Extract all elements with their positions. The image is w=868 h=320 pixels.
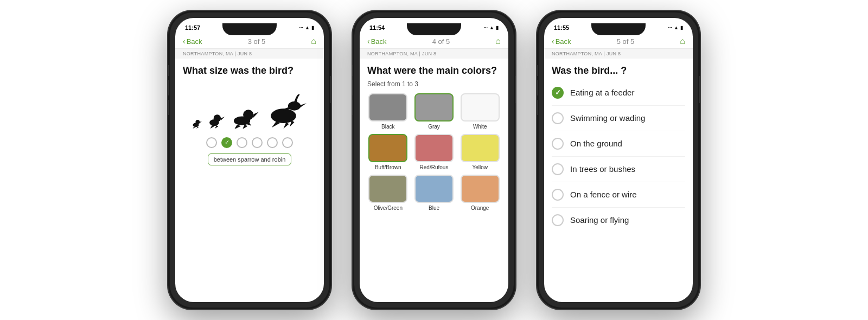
color-cell-3[interactable]: Buff/Brown [367,134,409,170]
color-label-0: Black [381,124,394,130]
phone-2: 11:54 ··· ▲ ▮ ‹ Back 4 of 5 ⌂ [353,11,515,309]
notch-3 [591,23,646,35]
home-icon-2[interactable]: ⌂ [495,36,501,46]
screen-content-1: What size was the bird? [175,59,324,302]
bird-size-container: ✓ between sparrow and robin [183,88,316,165]
radio-row: ✓ [206,137,293,148]
size-label: between sparrow and robin [208,153,292,165]
option-item-2[interactable]: On the ground [552,131,685,157]
svg-marker-18 [300,103,307,107]
option-radio-3[interactable] [552,163,564,175]
radio-3[interactable] [237,137,247,148]
option-item-1[interactable]: Swimming or wading [552,106,685,131]
signal-icon-2: ··· [484,25,488,30]
location-bar-2: NORTHAMPTON, MA | JUN 8 [360,49,508,59]
bird-medium[interactable] [229,104,259,131]
color-label-3: Buff/Brown [375,164,401,170]
back-label-2: Back [371,37,387,46]
radio-4[interactable] [252,137,263,148]
color-subtitle: Select from 1 to 3 [367,80,501,88]
color-cell-5[interactable]: Yellow [459,134,501,170]
battery-icon-3: ▮ [680,25,683,30]
time-1: 11:57 [185,24,200,31]
phones-container: 11:57 ··· ▲ ▮ ‹ Back 3 of 5 ⌂ [157,0,711,320]
screen-content-3: Was the bird... ? ✓Eating at a feederSwi… [544,59,693,302]
svg-marker-13 [234,124,241,128]
radio-1[interactable] [206,137,217,148]
option-radio-5[interactable] [552,214,564,226]
bird-large[interactable] [263,88,309,131]
color-swatch-black[interactable] [368,93,407,121]
option-label-1: Swimming or wading [570,113,645,123]
svg-point-11 [243,110,253,120]
back-label-3: Back [556,37,571,46]
back-button-3[interactable]: ‹ Back [552,37,571,46]
option-label-4: On a fence or wire [570,190,637,199]
color-cell-2[interactable]: White [459,93,501,130]
back-chevron-3: ‹ [552,37,554,46]
color-swatch-gray[interactable] [414,93,454,121]
bird-small[interactable] [206,110,225,131]
color-cell-4[interactable]: Red/Rufous [413,134,455,170]
color-cell-8[interactable]: Orange [459,175,501,211]
svg-point-1 [195,120,200,124]
location-bar-3: NORTHAMPTON, MA | JUN 8 [544,49,693,59]
color-cell-7[interactable]: Blue [413,175,455,211]
wifi-icon-3: ▲ [674,25,679,30]
color-swatch-red-rufous[interactable] [414,134,454,162]
option-item-0[interactable]: ✓Eating at a feeder [552,80,685,106]
question-1: What size was the bird? [183,65,316,77]
color-cell-0[interactable]: Black [367,93,409,130]
battery-icon: ▮ [311,25,314,30]
color-label-1: Gray [428,124,440,130]
back-chevron-1: ‹ [183,37,186,46]
back-button-2[interactable]: ‹ Back [367,37,387,46]
color-swatch-orange[interactable] [461,175,500,203]
radio-6[interactable] [282,137,293,148]
option-item-5[interactable]: Soaring or flying [552,208,685,233]
radio-check: ✓ [225,139,229,146]
notch [222,23,277,35]
signal-icon-3: ··· [668,25,673,30]
color-label-7: Blue [429,205,439,211]
option-radio-1[interactable] [552,112,564,124]
option-label-0: Eating at a feeder [570,88,634,97]
bird-tiny[interactable] [190,117,202,131]
svg-marker-2 [200,121,202,123]
svg-point-6 [214,114,221,122]
color-label-2: White [473,124,487,130]
color-swatch-yellow[interactable] [461,134,500,162]
home-icon-3[interactable]: ⌂ [680,36,685,46]
color-swatch-white[interactable] [461,93,500,121]
radio-5[interactable] [267,137,278,148]
question-3: Was the bird... ? [552,65,685,77]
option-radio-4[interactable] [552,189,564,201]
option-radio-0[interactable]: ✓ [552,87,564,99]
option-item-4[interactable]: On a fence or wire [552,182,685,208]
option-list: ✓Eating at a feederSwimming or wadingOn … [552,80,685,233]
birds-row [183,88,316,131]
check-mark-0: ✓ [555,88,561,97]
radio-2[interactable]: ✓ [221,137,232,148]
color-swatch-olive-green[interactable] [368,175,407,203]
status-icons-2: ··· ▲ ▮ [484,25,499,30]
color-swatch-blue[interactable] [414,175,454,203]
option-radio-2[interactable] [552,138,564,150]
back-button-1[interactable]: ‹ Back [183,37,202,46]
battery-icon-2: ▮ [496,25,499,30]
question-2: What were the main colors? [367,65,501,77]
time-2: 11:54 [369,24,385,31]
color-cell-1[interactable]: Gray [413,93,455,130]
phone-3: 11:55 ··· ▲ ▮ ‹ Back 5 of 5 ⌂ [537,11,700,309]
color-cell-6[interactable]: Olive/Green [367,175,409,211]
option-item-3[interactable]: In trees or bushes [552,157,685,182]
color-label-8: Orange [471,205,489,211]
back-chevron-2: ‹ [367,37,370,46]
nav-title-3: 5 of 5 [617,37,635,46]
nav-title-2: 4 of 5 [432,37,450,46]
color-swatch-buff-brown[interactable] [368,134,407,162]
nav-title-1: 3 of 5 [248,37,266,46]
home-icon-1[interactable]: ⌂ [311,36,316,46]
color-label-6: Olive/Green [374,205,403,211]
screen-content-2: What were the main colors? Select from 1… [360,59,508,302]
